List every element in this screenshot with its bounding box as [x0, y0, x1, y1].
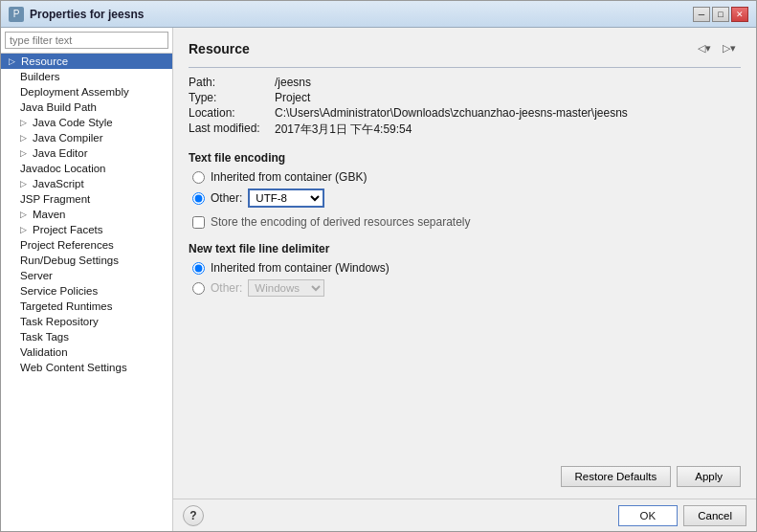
sidebar-item-label-jsp: JSP Fragment: [20, 193, 90, 205]
dialog-body: ▷ Resource Builders Deployment Assembly …: [1, 28, 756, 531]
sidebar-item-service-policies[interactable]: Service Policies: [1, 283, 172, 299]
nav-buttons: ◁ ▾ ▷ ▾: [693, 39, 741, 57]
tree-area: ▷ Resource Builders Deployment Assembly …: [1, 54, 172, 531]
ok-button[interactable]: OK: [618, 505, 679, 526]
store-encoding-label: Store the encoding of derived resources …: [211, 215, 471, 229]
sidebar-item-server[interactable]: Server: [1, 268, 172, 283]
type-label: Type:: [189, 91, 275, 104]
last-modified-label: Last modified:: [189, 122, 275, 138]
last-modified-row: Last modified: 2017年3月1日 下午4:59:54: [189, 122, 741, 138]
sidebar-item-label-resource: Resource: [21, 55, 68, 67]
cancel-button[interactable]: Cancel: [683, 505, 746, 526]
back-dropdown-icon: ▾: [705, 42, 711, 55]
expand-icon-facets: ▷: [20, 225, 30, 234]
main-panel: Resource ◁ ▾ ▷ ▾: [173, 28, 756, 531]
inherited-delimiter-radio[interactable]: [192, 262, 205, 275]
sidebar-item-targeted-runtimes[interactable]: Targeted Runtimes: [1, 299, 172, 314]
sidebar-item-web-content[interactable]: Web Content Settings: [1, 360, 172, 375]
back-icon: ◁: [698, 42, 705, 55]
sidebar-item-label-maven: Maven: [33, 209, 66, 220]
filter-input[interactable]: [5, 32, 168, 49]
forward-icon: ▷: [723, 42, 730, 55]
close-button[interactable]: ✕: [731, 7, 748, 22]
location-value: C:\Users\Administrator\Downloads\zchuanz…: [275, 106, 628, 120]
nav-forward-button[interactable]: ▷ ▾: [718, 39, 741, 57]
sidebar-item-deployment-assembly[interactable]: Deployment Assembly: [1, 84, 172, 100]
title-bar-left: P Properties for jeesns: [9, 7, 144, 22]
sidebar-item-label-deployment: Deployment Assembly: [20, 86, 129, 98]
inherited-encoding-option: Inherited from container (GBK): [189, 170, 741, 184]
type-row: Type: Project: [189, 91, 741, 104]
sidebar-item-java-build-path[interactable]: Java Build Path: [1, 100, 172, 115]
sidebar: ▷ Resource Builders Deployment Assembly …: [1, 28, 173, 531]
properties-window: P Properties for jeesns ─ □ ✕ ▷ Resource…: [0, 0, 757, 532]
sidebar-item-label-builders: Builders: [20, 71, 60, 82]
sidebar-item-label-compiler: Java Compiler: [33, 132, 103, 144]
sidebar-item-label-javascript: JavaScript: [33, 178, 84, 189]
last-modified-value: 2017年3月1日 下午4:59:54: [275, 122, 412, 138]
expand-icon-javascript: ▷: [20, 179, 30, 188]
store-encoding-row: Store the encoding of derived resources …: [189, 215, 741, 229]
sidebar-item-label-run-debug: Run/Debug Settings: [20, 255, 119, 266]
info-table: Path: /jeesns Type: Project Location: C:…: [189, 76, 741, 140]
title-bar: P Properties for jeesns ─ □ ✕: [1, 1, 756, 28]
inherited-encoding-radio[interactable]: [192, 171, 205, 184]
footer-bar: ? OK Cancel: [173, 499, 756, 531]
main-header: Resource ◁ ▾ ▷ ▾: [189, 39, 741, 57]
forward-dropdown-icon: ▾: [730, 42, 736, 55]
maximize-button[interactable]: □: [712, 7, 729, 22]
other-delimiter-radio[interactable]: [192, 282, 205, 295]
sidebar-item-label-service-policies: Service Policies: [20, 285, 98, 297]
sidebar-item-task-repository[interactable]: Task Repository: [1, 314, 172, 329]
sidebar-item-label-server: Server: [20, 270, 53, 281]
sidebar-item-builders[interactable]: Builders: [1, 69, 172, 84]
sidebar-item-run-debug[interactable]: Run/Debug Settings: [1, 253, 172, 268]
separator: [189, 67, 741, 68]
expand-icon-compiler: ▷: [20, 133, 30, 143]
restore-defaults-button[interactable]: Restore Defaults: [561, 466, 672, 487]
minimize-button[interactable]: ─: [693, 7, 710, 22]
encoding-select[interactable]: UTF-8: [248, 188, 324, 208]
sidebar-item-label-task-tags: Task Tags: [20, 331, 69, 343]
sidebar-item-project-references[interactable]: Project References: [1, 237, 172, 253]
sidebar-item-label-editor: Java Editor: [33, 147, 88, 159]
other-encoding-row: Other: UTF-8: [189, 188, 741, 208]
sidebar-item-javascript[interactable]: ▷ JavaScript: [1, 176, 172, 191]
search-box: [1, 28, 172, 54]
expand-icon-editor: ▷: [20, 148, 30, 158]
expand-icon-resource: ▷: [9, 56, 18, 66]
sidebar-item-java-compiler[interactable]: ▷ Java Compiler: [1, 130, 172, 145]
spacer: [189, 304, 741, 458]
sidebar-item-label-targeted: Targeted Runtimes: [20, 300, 113, 312]
expand-icon-code-style: ▷: [20, 118, 30, 127]
sidebar-item-validation[interactable]: Validation: [1, 344, 172, 360]
type-value: Project: [275, 91, 310, 104]
window-icon: P: [9, 7, 24, 22]
footer-ok-cancel: OK Cancel: [618, 505, 746, 526]
sidebar-item-maven[interactable]: ▷ Maven: [1, 207, 172, 222]
sidebar-item-label-task-repo: Task Repository: [20, 316, 99, 327]
sidebar-item-jsp[interactable]: JSP Fragment: [1, 191, 172, 207]
sidebar-item-javadoc[interactable]: Javadoc Location: [1, 161, 172, 176]
sidebar-item-label-validation: Validation: [20, 346, 68, 358]
sidebar-item-label-java-build: Java Build Path: [20, 101, 97, 113]
inherited-encoding-label: Inherited from container (GBK): [211, 170, 367, 184]
sidebar-item-project-facets[interactable]: ▷ Project Facets: [1, 222, 172, 237]
store-encoding-checkbox[interactable]: [192, 216, 205, 229]
action-buttons: Restore Defaults Apply: [189, 458, 741, 487]
delimiter-select[interactable]: Windows: [248, 279, 324, 297]
sidebar-item-task-tags[interactable]: Task Tags: [1, 329, 172, 344]
sidebar-item-java-editor[interactable]: ▷ Java Editor: [1, 145, 172, 161]
text-encoding-section: Text file encoding Inherited from contai…: [189, 151, 741, 242]
sidebar-item-resource[interactable]: ▷ Resource: [1, 54, 172, 69]
nav-back-button[interactable]: ◁ ▾: [693, 39, 716, 57]
other-encoding-radio[interactable]: [192, 192, 205, 205]
inherited-delimiter-label: Inherited from container (Windows): [211, 261, 390, 275]
apply-button[interactable]: Apply: [677, 466, 741, 487]
sidebar-item-label-code-style: Java Code Style: [33, 117, 113, 128]
delimiter-section-title: New text file line delimiter: [189, 242, 741, 255]
help-button[interactable]: ?: [183, 505, 204, 526]
location-row: Location: C:\Users\Administrator\Downloa…: [189, 106, 741, 120]
sidebar-item-java-code-style[interactable]: ▷ Java Code Style: [1, 115, 172, 130]
location-label: Location:: [189, 106, 275, 120]
